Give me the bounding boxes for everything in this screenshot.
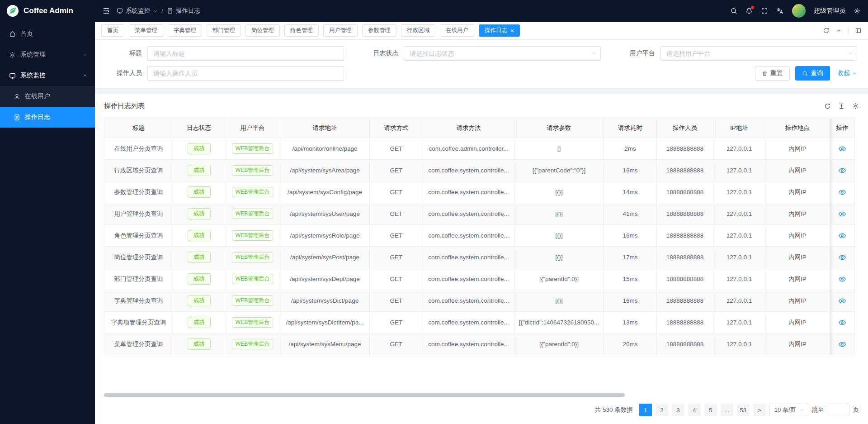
chevron-up-icon [82, 73, 88, 78]
cell-ip: 127.0.0.1 [713, 268, 765, 290]
breadcrumb-item-system-monitor[interactable]: 系统监控 [117, 7, 158, 15]
cell-title: 岗位管理分页查询 [104, 247, 173, 268]
sidebar-item-system-management[interactable]: 系统管理 [0, 44, 95, 65]
cell-status: 成功 [173, 290, 225, 312]
layout-expand-icon[interactable] [855, 27, 862, 34]
sidebar-item-online-users[interactable]: 在线用户 [0, 86, 95, 107]
status-badge: 成功 [188, 338, 211, 349]
tab[interactable]: 岗位管理 [245, 24, 280, 37]
chevron-up-icon [852, 71, 857, 76]
next-page-button[interactable]: > [753, 404, 766, 416]
log-status-select[interactable] [404, 46, 600, 61]
platform-badge: WEB管理后台 [232, 317, 273, 328]
menu-fold-icon[interactable] [102, 7, 110, 15]
column-header: IP地址 [713, 118, 765, 138]
page-button[interactable]: 3 [672, 404, 684, 416]
cell-params: [{}] [514, 247, 604, 268]
trash-icon [762, 71, 768, 76]
horizontal-scrollbar [104, 393, 859, 397]
title-input[interactable] [147, 46, 344, 61]
cell-location: 内网IP [765, 160, 830, 181]
sidebar-item-operation-logs[interactable]: 操作日志 [0, 107, 95, 128]
view-detail-eye-icon[interactable] [839, 167, 846, 174]
total-count: 共 530 条数据 [595, 406, 633, 414]
cell-platform: WEB管理后台 [225, 312, 280, 333]
avatar[interactable] [792, 4, 806, 18]
view-detail-eye-icon[interactable] [839, 319, 846, 326]
cell-ip: 127.0.0.1 [713, 333, 765, 355]
view-detail-eye-icon[interactable] [839, 210, 846, 218]
sidebar-item-label: 首页 [20, 30, 33, 38]
tab[interactable]: 菜单管理 [129, 24, 163, 37]
cell-params: [] [514, 138, 604, 160]
tab[interactable]: 操作日志 × [479, 24, 520, 37]
search-icon[interactable] [730, 7, 737, 14]
jump-page-suffix: 页 [853, 406, 859, 414]
sidebar-item-home[interactable]: 首页 [0, 24, 95, 44]
tab[interactable]: 字典管理 [168, 24, 202, 37]
view-detail-eye-icon[interactable] [839, 189, 846, 196]
cell-title: 在线用户分页查询 [104, 138, 173, 160]
tab-label: 用户管理 [329, 27, 352, 34]
sidebar: Coffee Admin 首页 系统管理 [0, 0, 95, 424]
username[interactable]: 超级管理员 [814, 7, 845, 15]
cell-ip: 127.0.0.1 [713, 203, 765, 225]
row-density-icon[interactable] [838, 103, 845, 110]
tab[interactable]: 部门管理 [207, 24, 241, 37]
operator-input[interactable] [147, 66, 344, 81]
translate-icon[interactable] [776, 7, 784, 15]
page-button[interactable]: 4 [688, 404, 701, 416]
tabbar-tools [823, 27, 862, 35]
cell-params: [{"parentCode":"0"}] [514, 160, 604, 181]
collapse-filters-link[interactable]: 收起 [837, 69, 857, 77]
view-detail-eye-icon[interactable] [839, 232, 846, 239]
tab[interactable]: 行政区域 [401, 24, 435, 37]
home-icon [9, 31, 16, 38]
table-row: 角色管理分页查询 成功 WEB管理后台 /api/system/sysRole/… [104, 225, 855, 247]
horizontal-scrollbar-thumb[interactable] [104, 393, 625, 397]
logo-icon [6, 5, 19, 17]
cell-location: 内网IP [765, 268, 830, 290]
page-button[interactable]: 53 [737, 404, 750, 416]
notification-bell-icon[interactable] [745, 7, 753, 14]
page-size-select[interactable]: 10 条/页 [769, 404, 808, 416]
sidebar-item-label: 系统管理 [20, 51, 46, 59]
chevron-down-icon[interactable] [836, 28, 842, 33]
page-button[interactable]: 5 [704, 404, 717, 416]
settings-gear-icon[interactable] [854, 7, 861, 14]
column-settings-gear-icon[interactable] [852, 103, 859, 110]
topbar: 系统监控 / 操作日志 [95, 0, 868, 22]
sidebar-item-system-monitor[interactable]: 系统监控 [0, 65, 95, 86]
reset-button[interactable]: 重置 [755, 66, 790, 81]
column-header: 请求方法 [423, 118, 514, 138]
view-detail-eye-icon[interactable] [839, 276, 846, 283]
tab[interactable]: 角色管理 [284, 24, 319, 37]
page-button[interactable]: 1 [639, 404, 652, 416]
content: 标题 日志状态 [95, 40, 868, 424]
refresh-icon[interactable] [823, 27, 830, 34]
filter-row-2: 操作人员 重置 [106, 66, 857, 81]
fullscreen-icon[interactable] [761, 7, 768, 14]
tab[interactable]: 首页 [101, 24, 124, 37]
page-button[interactable]: 2 [656, 404, 668, 416]
view-detail-eye-icon[interactable] [839, 297, 846, 305]
refresh-icon[interactable] [824, 103, 831, 110]
tab-close-icon[interactable]: × [510, 28, 514, 34]
sidebar-menu: 首页 系统管理 系统监控 [0, 22, 95, 424]
user-platform-select[interactable] [660, 46, 857, 61]
view-detail-eye-icon[interactable] [839, 145, 846, 152]
tab[interactable]: 参数管理 [362, 24, 396, 37]
tab[interactable]: 用户管理 [323, 24, 358, 37]
tab-list: 首页 菜单管理 字典管理 部门管理 岗位管理 角色管理 用户管理 参数管理 行政… [101, 24, 520, 37]
view-detail-eye-icon[interactable] [839, 254, 846, 261]
query-button-label: 查询 [811, 69, 823, 77]
cell-ip: 127.0.0.1 [713, 290, 765, 312]
table-row: 在线用户分页查询 成功 WEB管理后台 /api/monitor/online/… [104, 138, 855, 160]
jump-to-page-input[interactable] [828, 404, 849, 416]
query-button[interactable]: 查询 [795, 66, 830, 81]
tab[interactable]: 在线用户 [440, 24, 474, 37]
tab-label: 岗位管理 [251, 27, 274, 34]
view-detail-eye-icon[interactable] [839, 341, 846, 348]
reset-button-label: 重置 [770, 69, 783, 77]
gear-icon [9, 52, 16, 58]
